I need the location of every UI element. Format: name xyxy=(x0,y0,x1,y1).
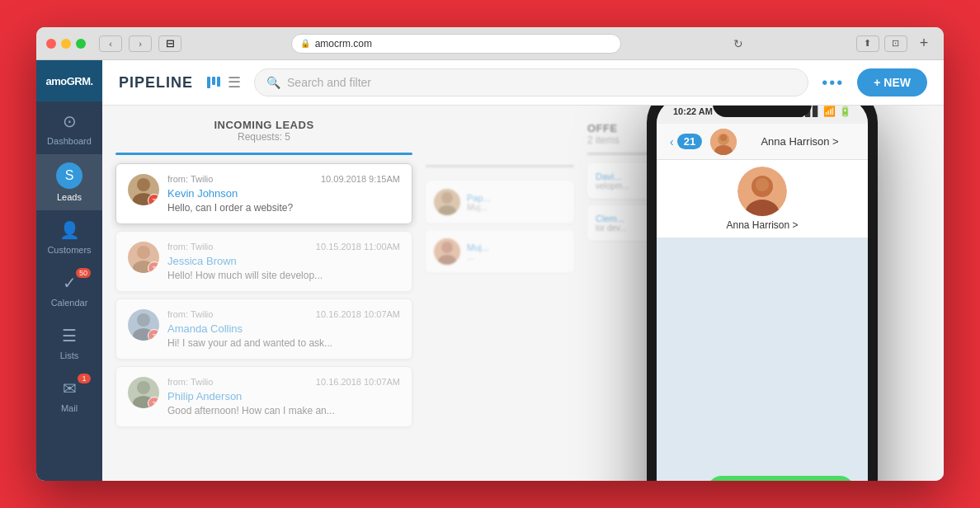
sidebar-item-mail-label: Mail xyxy=(61,403,78,413)
lead-card-kevin[interactable]: T from: Twilio 10.09.2018 9:15AM Kevin J… xyxy=(115,163,412,224)
incoming-leads-title: INCOMING LEADS xyxy=(115,119,412,131)
sidebar-item-mail[interactable]: 1 ✉ Mail xyxy=(36,369,102,421)
amanda-name: Amanda Collins xyxy=(167,322,400,335)
mail-badge: 1 xyxy=(78,374,91,383)
phone-notch xyxy=(713,106,812,117)
kevin-content: from: Twilio 10.09.2018 9:15AM Kevin Joh… xyxy=(167,174,400,214)
kevin-source: from: Twilio xyxy=(167,174,213,184)
svg-point-13 xyxy=(441,242,453,253)
twilio-badge-philip: T xyxy=(148,397,159,408)
svg-point-9 xyxy=(137,381,150,394)
svg-point-18 xyxy=(720,134,727,141)
jessica-avatar: T xyxy=(128,242,159,273)
pipeline-title: PIPELINE xyxy=(119,74,193,92)
sidebar-item-lists[interactable]: ☰ Lists xyxy=(36,316,102,369)
kevin-meta: from: Twilio 10.09.2018 9:15AM xyxy=(167,174,400,184)
philip-message: Good afternoon! How can I make an... xyxy=(167,405,400,416)
forward-nav-button[interactable]: › xyxy=(129,35,152,52)
customers-icon: 👤 xyxy=(58,219,81,242)
lead-card-jessica[interactable]: T from: Twilio 10.15.2018 11:00AM Jessic… xyxy=(115,231,412,292)
leads-icon: S xyxy=(56,162,82,189)
copy-button[interactable]: ⊡ xyxy=(884,35,907,52)
address-bar: 🔒 amocrm.com xyxy=(291,34,621,54)
kanban-view-button[interactable] xyxy=(206,73,221,92)
svg-point-12 xyxy=(438,205,456,215)
close-button[interactable] xyxy=(46,39,56,49)
jessica-name: Jessica Brown xyxy=(167,255,400,267)
contact-avatar-nav xyxy=(710,129,737,155)
jessica-content: from: Twilio 10.15.2018 11:00AM Jessica … xyxy=(167,242,400,281)
contact-info: Anna Harrison > xyxy=(745,135,855,148)
kevin-name: Kevin Johnson xyxy=(167,187,400,200)
phone-back-button[interactable]: ‹ 21 xyxy=(670,134,702,149)
philip-date: 10.16.2018 10:07AM xyxy=(316,377,400,387)
mac-window: ‹ › ⊟ 🔒 amocrm.com ↻ ⬆ ⊡ + amoGRM. ⊙ Das… xyxy=(36,27,944,481)
search-icon: 🔍 xyxy=(266,76,280,89)
calendar-badge: 50 xyxy=(76,268,91,278)
add-tab-button[interactable]: + xyxy=(914,34,934,54)
phone-time: 10:22 AM xyxy=(673,106,713,116)
philip-source: from: Twilio xyxy=(167,377,213,387)
philip-content: from: Twilio 10.16.2018 10:07AM Philip A… xyxy=(167,377,400,416)
amanda-date: 10.16.2018 10:07AM xyxy=(316,309,400,319)
lead-card-amanda[interactable]: T from: Twilio 10.16.2018 10:07AM Amanda… xyxy=(115,299,412,360)
amanda-content: from: Twilio 10.16.2018 10:07AM Amanda C… xyxy=(167,309,400,349)
chat-area: Hello, can I order a website? xyxy=(657,238,868,481)
sidebar-item-dashboard-label: Dashboard xyxy=(47,136,92,146)
jessica-message: Hello! How much will site develop... xyxy=(167,270,400,281)
twilio-badge-jessica: T xyxy=(148,261,159,273)
sidebar-item-calendar[interactable]: 50 ✓ Calendar xyxy=(36,263,102,316)
sidebar-toggle-button[interactable]: ⊟ xyxy=(158,35,181,52)
incoming-leads-header: INCOMING LEADS Requests: 5 xyxy=(115,119,412,143)
jessica-meta: from: Twilio 10.15.2018 11:00AM xyxy=(167,242,400,252)
philip-meta: from: Twilio 10.16.2018 10:07AM xyxy=(167,377,400,387)
sidebar-item-lists-label: Lists xyxy=(60,350,79,360)
app-body: amoGRM. ⊙ Dashboard S Leads 👤 Customers … xyxy=(36,60,944,481)
toolbar-actions: ⬆ ⊡ xyxy=(856,35,907,52)
back-nav-button[interactable]: ‹ xyxy=(99,35,122,52)
more-options-button[interactable]: ••• xyxy=(822,73,844,92)
amanda-avatar: T xyxy=(128,309,159,341)
new-button[interactable]: + NEW xyxy=(857,68,927,96)
main-content: PIPELINE ☰ 🔍 Search and filter • xyxy=(102,60,944,481)
sidebar-item-leads[interactable]: S Leads xyxy=(36,154,102,210)
back-badge: 21 xyxy=(677,134,702,149)
incoming-leads-subtitle: Requests: 5 xyxy=(115,131,412,143)
wifi-icon: 📶 xyxy=(823,106,836,117)
view-icons: ☰ xyxy=(206,73,241,92)
svg-rect-0 xyxy=(207,77,210,88)
logo: amoGRM. xyxy=(36,60,102,101)
twilio-badge: T xyxy=(148,194,159,205)
svg-rect-2 xyxy=(217,77,220,87)
twilio-badge-amanda: T xyxy=(148,329,159,341)
maximize-button[interactable] xyxy=(76,39,86,49)
svg-point-3 xyxy=(137,178,150,191)
middle-column: Pap... Muj... Muj... ... xyxy=(426,119,574,468)
sidebar-item-leads-label: Leads xyxy=(57,192,82,202)
sidebar: amoGRM. ⊙ Dashboard S Leads 👤 Customers … xyxy=(36,60,102,481)
phone-screen: 10:22 AM ▋▋▋ 📶 🔋 ‹ xyxy=(657,106,868,481)
message-bubble: Hello, can I order a website? xyxy=(707,476,855,481)
lead-card-philip[interactable]: T from: Twilio 10.16.2018 10:07AM Philip… xyxy=(115,366,412,427)
sidebar-item-customers-label: Customers xyxy=(47,245,91,255)
kevin-avatar: T xyxy=(128,174,159,205)
amanda-meta: from: Twilio 10.16.2018 10:07AM xyxy=(167,309,400,319)
phone-overlay: 10:22 AM ▋▋▋ 📶 🔋 ‹ xyxy=(630,106,894,481)
sidebar-item-customers[interactable]: 👤 Customers xyxy=(36,210,102,263)
search-bar[interactable]: 🔍 Search and filter xyxy=(254,68,808,96)
jessica-source: from: Twilio xyxy=(167,242,213,252)
minimize-button[interactable] xyxy=(61,39,71,49)
list-view-button[interactable]: ☰ xyxy=(228,73,241,92)
kevin-message: Hello, can I order a website? xyxy=(167,202,400,214)
battery-icon: 🔋 xyxy=(839,106,851,117)
phone-nav-bar: ‹ 21 xyxy=(657,124,868,160)
title-bar: ‹ › ⊟ 🔒 amocrm.com ↻ ⬆ ⊡ + xyxy=(36,27,944,60)
sidebar-item-dashboard[interactable]: ⊙ Dashboard xyxy=(36,101,102,154)
svg-point-11 xyxy=(441,192,453,204)
share-button[interactable]: ⬆ xyxy=(856,35,879,52)
amanda-source: from: Twilio xyxy=(167,309,213,319)
jessica-date: 10.15.2018 11:00AM xyxy=(316,242,400,252)
chevron-left-icon: ‹ xyxy=(670,135,674,148)
incoming-leads-column: INCOMING LEADS Requests: 5 T xyxy=(115,119,412,468)
reload-button[interactable]: ↻ xyxy=(730,35,747,52)
